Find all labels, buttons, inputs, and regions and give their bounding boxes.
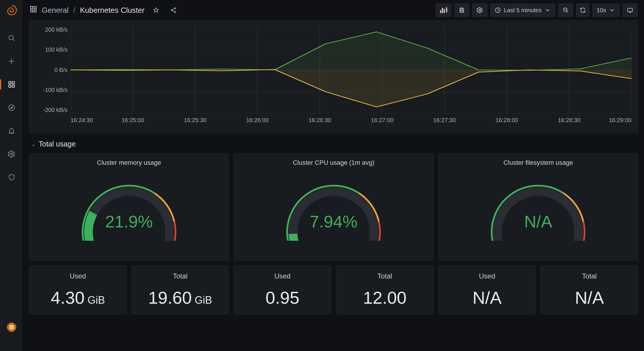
add-panel-button[interactable]: + bbox=[436, 3, 451, 17]
star-icon[interactable] bbox=[150, 4, 162, 16]
gauge-title: Cluster filesystem usage bbox=[503, 159, 573, 167]
svg-point-8 bbox=[9, 105, 15, 111]
config-icon[interactable] bbox=[5, 148, 18, 160]
chart-y-labels: 200 kB/s100 kB/s0 B/s-100 kB/s-200 kB/s bbox=[36, 26, 70, 113]
gauge-value: N/A bbox=[524, 212, 552, 231]
gauge-title: Cluster memory usage bbox=[97, 159, 161, 167]
stat-title: Used bbox=[274, 272, 291, 280]
header: General / Kubernetes Cluster + Last 5 mi… bbox=[23, 0, 644, 20]
svg-rect-13 bbox=[30, 6, 33, 9]
svg-point-25 bbox=[479, 9, 481, 11]
svg-rect-15 bbox=[30, 10, 33, 12]
refresh-interval-button[interactable]: 10s bbox=[592, 3, 620, 17]
stat-title: Used bbox=[479, 272, 495, 280]
svg-rect-5 bbox=[12, 82, 15, 84]
gauge-2[interactable]: Cluster filesystem usageN/A bbox=[438, 153, 638, 261]
svg-rect-24 bbox=[461, 10, 463, 12]
breadcrumb-separator: / bbox=[73, 6, 75, 15]
svg-rect-6 bbox=[9, 85, 11, 87]
network-chart-panel[interactable]: 200 kB/s100 kB/s0 B/s-100 kB/s-200 kB/s … bbox=[29, 20, 638, 133]
stat-value: 12.00 bbox=[363, 288, 406, 308]
stat-4[interactable]: UsedN/A bbox=[438, 265, 536, 314]
svg-line-21 bbox=[173, 9, 175, 10]
svg-rect-30 bbox=[628, 8, 633, 12]
stat-value: N/A bbox=[575, 288, 604, 308]
avatar[interactable] bbox=[7, 323, 16, 332]
chevron-down-icon bbox=[609, 7, 615, 13]
svg-marker-17 bbox=[154, 8, 159, 12]
stat-2[interactable]: Used0.95 bbox=[234, 265, 331, 314]
search-icon[interactable] bbox=[5, 32, 18, 44]
time-range-button[interactable]: Last 5 minutes bbox=[490, 3, 555, 17]
svg-line-22 bbox=[173, 10, 175, 12]
stat-title: Total bbox=[582, 272, 597, 280]
gauge-value: 21.9% bbox=[105, 212, 153, 231]
tv-mode-button[interactable] bbox=[623, 3, 638, 17]
stat-title: Total bbox=[173, 272, 188, 280]
time-range-label: Last 5 minutes bbox=[504, 7, 542, 14]
settings-button[interactable] bbox=[472, 3, 487, 17]
dashboards-home-icon[interactable] bbox=[30, 6, 37, 15]
plus-icon[interactable] bbox=[5, 55, 18, 68]
refresh-interval-label: 10s bbox=[597, 7, 606, 14]
grafana-logo[interactable] bbox=[6, 5, 17, 17]
gauge-title: Cluster CPU usage (1m avg) bbox=[293, 159, 374, 167]
chart-x-labels: 16:24:3016:25:0016:25:3016:26:0016:26:30… bbox=[70, 113, 632, 124]
svg-rect-23 bbox=[461, 8, 462, 10]
stat-title: Total bbox=[377, 272, 392, 280]
shield-icon[interactable] bbox=[5, 171, 18, 184]
stat-5[interactable]: TotalN/A bbox=[540, 265, 638, 314]
sidebar bbox=[0, 0, 23, 351]
stat-3[interactable]: Total12.00 bbox=[336, 265, 434, 314]
stat-value: 0.95 bbox=[265, 288, 299, 308]
share-icon[interactable] bbox=[168, 4, 179, 16]
stat-value: 4.30GiB bbox=[51, 288, 105, 308]
svg-line-28 bbox=[567, 11, 568, 12]
svg-line-1 bbox=[12, 39, 14, 41]
svg-point-0 bbox=[9, 35, 13, 40]
row-total-usage[interactable]: ⌄ Total usage bbox=[29, 133, 638, 153]
gauge-0[interactable]: Cluster memory usage21.9% bbox=[29, 153, 229, 261]
svg-rect-14 bbox=[34, 6, 36, 9]
dashboards-icon[interactable] bbox=[5, 78, 18, 91]
svg-rect-16 bbox=[34, 10, 36, 12]
alerting-icon[interactable] bbox=[5, 124, 18, 137]
stat-title: Used bbox=[70, 272, 86, 280]
stat-1[interactable]: Total19.60GiB bbox=[131, 265, 229, 314]
breadcrumb-folder[interactable]: General bbox=[42, 6, 69, 15]
refresh-button[interactable] bbox=[576, 3, 589, 17]
chart-plot bbox=[70, 26, 632, 113]
svg-rect-7 bbox=[12, 85, 15, 87]
row-title-label: Total usage bbox=[39, 140, 76, 148]
stat-0[interactable]: Used4.30GiB bbox=[29, 265, 127, 314]
svg-rect-4 bbox=[9, 82, 11, 84]
save-button[interactable] bbox=[454, 3, 469, 17]
chevron-down-icon bbox=[544, 7, 551, 13]
chevron-down-icon: ⌄ bbox=[31, 141, 36, 147]
gauge-1[interactable]: Cluster CPU usage (1m avg)7.94% bbox=[234, 153, 433, 261]
breadcrumb-title[interactable]: Kubernetes Cluster bbox=[80, 6, 145, 15]
explore-icon[interactable] bbox=[5, 101, 18, 114]
stat-value: 19.60GiB bbox=[148, 288, 212, 308]
zoom-out-button[interactable] bbox=[558, 3, 573, 17]
svg-point-10 bbox=[10, 153, 12, 155]
stat-value: N/A bbox=[473, 288, 502, 308]
breadcrumb[interactable]: General / Kubernetes Cluster bbox=[30, 6, 144, 15]
svg-marker-9 bbox=[10, 107, 12, 109]
gauge-value: 7.94% bbox=[310, 212, 357, 231]
